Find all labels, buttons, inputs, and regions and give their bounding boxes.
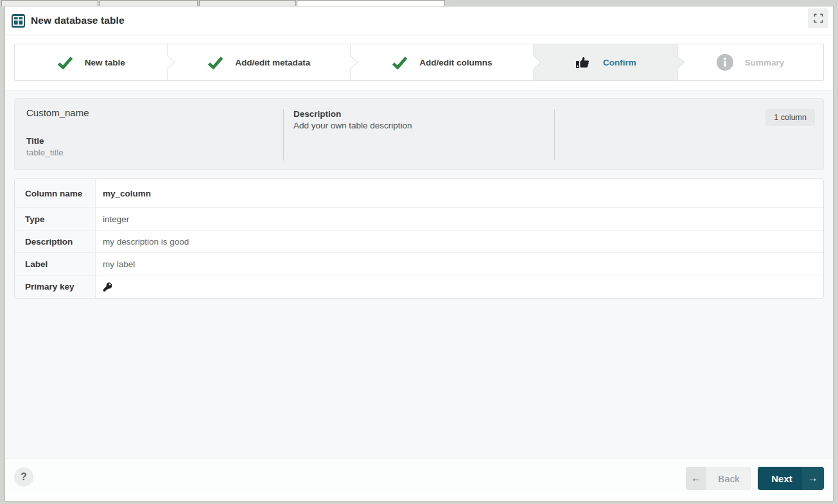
wizard-steps-bar: New table Add/edit metadata [14, 44, 824, 81]
step-separator [350, 44, 358, 80]
app-footer: ? ← Back Next → [5, 458, 833, 495]
question-mark-icon: ? [21, 471, 27, 483]
check-icon [207, 56, 223, 69]
card-divider [283, 109, 284, 161]
step-add-edit-metadata[interactable]: Add/edit metadata [168, 44, 351, 80]
custom-name-value: Custom_name [26, 107, 89, 118]
background-tab-2[interactable] [100, 0, 198, 6]
thumbs-up-icon [575, 54, 591, 71]
background-tab-1[interactable] [1, 0, 98, 6]
step-new-table[interactable]: New table [15, 44, 168, 80]
background-tab-3[interactable] [199, 0, 296, 6]
next-button-label: Next [758, 467, 802, 490]
column-count-badge: 1 column [765, 109, 815, 126]
table-row-type: Type integer [15, 208, 823, 230]
steps-strip: New table Add/edit metadata [5, 35, 833, 91]
help-button[interactable]: ? [14, 467, 33, 487]
table-row-description: Description my description is good [15, 230, 823, 253]
step-separator [533, 44, 541, 80]
step-separator [167, 44, 175, 80]
step-label: Add/edit columns [419, 58, 492, 67]
step-label: Add/edit metadata [235, 58, 310, 67]
table-row-label: Label my label [15, 253, 823, 275]
row-value: my_column [96, 179, 823, 207]
step-label: New table [85, 58, 125, 67]
card-divider [554, 109, 555, 161]
page-title: New database table [31, 15, 125, 26]
row-label: Label [15, 253, 96, 275]
row-label: Primary key [15, 275, 96, 298]
row-value: integer [96, 208, 823, 230]
arrow-left-icon: ← [686, 467, 706, 490]
page-body: Custom_name Title table_title Descriptio… [5, 91, 833, 458]
step-label: Confirm [603, 58, 636, 67]
back-button[interactable]: ← Back [686, 467, 751, 490]
footer-buttons: ← Back Next → [686, 467, 824, 490]
table-icon [12, 14, 25, 28]
row-value [96, 275, 823, 298]
fullscreen-icon [814, 13, 823, 23]
back-button-label: Back [706, 467, 751, 490]
fullscreen-button[interactable] [808, 8, 828, 28]
active-tab[interactable] [297, 0, 445, 6]
row-value: my label [96, 253, 823, 275]
table-summary-card: Custom_name Title table_title Descriptio… [14, 98, 824, 170]
row-value: my description is good [96, 230, 823, 252]
arrow-right-icon: → [802, 467, 824, 490]
app-window: New database table New table [5, 6, 833, 501]
check-icon [57, 56, 73, 69]
row-label: Description [15, 230, 96, 252]
row-label: Type [15, 208, 96, 230]
table-row-column-name: Column name my_column [15, 179, 823, 208]
step-confirm[interactable]: Confirm [534, 44, 678, 80]
description-value: Add your own table description [293, 121, 412, 130]
step-add-edit-columns[interactable]: Add/edit columns [351, 44, 534, 80]
step-separator [677, 44, 685, 80]
description-label: Description [293, 109, 341, 119]
step-summary: Summary [677, 44, 823, 80]
info-icon [717, 54, 733, 71]
app-header: New database table [5, 6, 833, 35]
title-label: Title [26, 136, 44, 146]
key-icon [103, 282, 113, 292]
table-row-primary-key: Primary key [15, 275, 823, 298]
column-review-table: Column name my_column Type integer Descr… [14, 178, 824, 299]
step-label: Summary [745, 58, 785, 67]
title-value: table_title [26, 148, 64, 157]
next-button[interactable]: Next → [758, 467, 824, 490]
check-icon [392, 56, 408, 69]
row-label: Column name [15, 179, 96, 207]
